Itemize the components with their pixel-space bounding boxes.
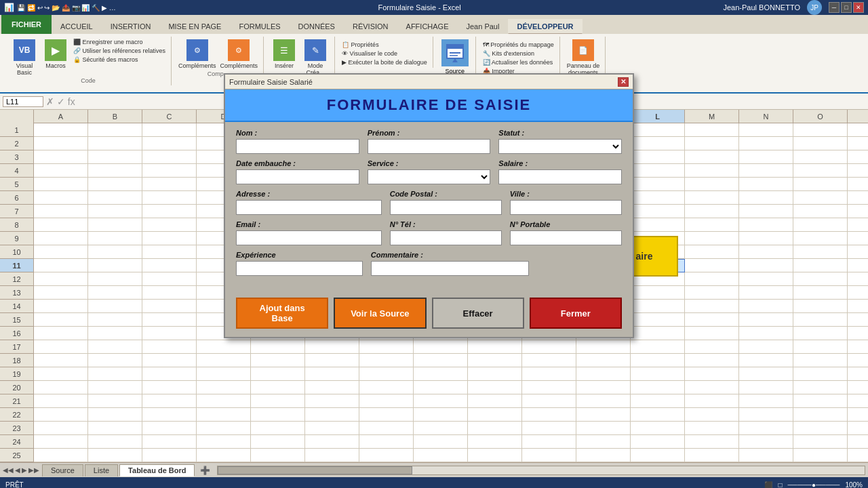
cell-L23[interactable] [631, 422, 685, 435]
cell-N19[interactable] [739, 367, 793, 381]
cell-A5[interactable] [34, 178, 88, 191]
cell-G17[interactable] [359, 340, 414, 354]
cell-D20[interactable] [197, 381, 251, 394]
cell-C11[interactable] [142, 259, 197, 272]
prenom-input[interactable] [368, 139, 491, 154]
cell-O13[interactable] [793, 286, 848, 300]
cell-A15[interactable] [34, 313, 88, 327]
complements2-button[interactable]: ⚙ Compléments [219, 38, 260, 70]
cell-P21[interactable] [848, 394, 868, 408]
row-7[interactable]: 7 [0, 205, 33, 218]
cell-O9[interactable] [793, 232, 848, 245]
cell-J25[interactable] [522, 449, 576, 462]
cell-C19[interactable] [142, 367, 197, 381]
cell-G21[interactable] [359, 394, 414, 408]
cell-G19[interactable] [359, 367, 414, 381]
cell-A7[interactable] [34, 205, 88, 218]
cell-A1[interactable] [34, 123, 88, 137]
cell-C25[interactable] [142, 449, 197, 462]
cell-O24[interactable] [793, 435, 848, 449]
cell-B11[interactable] [88, 259, 142, 272]
cell-F21[interactable] [305, 394, 359, 408]
securite-macros-button[interactable]: 🔒 Sécurité des macros [72, 56, 167, 64]
sheet-tab-source[interactable]: Source [42, 464, 83, 476]
col-M[interactable]: M [685, 110, 739, 123]
cell-I19[interactable] [468, 367, 522, 381]
cell-N2[interactable] [739, 137, 793, 150]
cell-I20[interactable] [468, 381, 522, 394]
cell-L5[interactable] [631, 178, 685, 191]
cell-M8[interactable] [685, 218, 739, 232]
cell-N17[interactable] [739, 340, 793, 354]
cell-N16[interactable] [739, 327, 793, 340]
cell-P9[interactable] [848, 232, 868, 245]
cell-C12[interactable] [142, 272, 197, 286]
row-10[interactable]: 10 [0, 245, 33, 259]
cell-M19[interactable] [685, 367, 739, 381]
cell-P5[interactable] [848, 178, 868, 191]
row-11[interactable]: 11 [0, 259, 33, 272]
row-22[interactable]: 22 [0, 408, 33, 422]
cell-C13[interactable] [142, 286, 197, 300]
cell-M7[interactable] [685, 205, 739, 218]
cell-K22[interactable] [576, 408, 631, 422]
cell-B18[interactable] [88, 354, 142, 367]
cell-K24[interactable] [576, 435, 631, 449]
cell-L21[interactable] [631, 394, 685, 408]
sheet-forward-button[interactable]: ▶ [22, 466, 27, 474]
cell-K21[interactable] [576, 394, 631, 408]
cell-J19[interactable] [522, 367, 576, 381]
row-14[interactable]: 14 [0, 300, 33, 313]
cell-B22[interactable] [88, 408, 142, 422]
cell-C4[interactable] [142, 164, 197, 178]
col-O[interactable]: O [793, 110, 848, 123]
modal-close-button[interactable]: ✕ [618, 77, 629, 87]
panneau-button[interactable]: 📄 Panneau dedocuments [566, 38, 601, 77]
cell-N1[interactable] [739, 123, 793, 137]
cell-L17[interactable] [631, 340, 685, 354]
cell-O7[interactable] [793, 205, 848, 218]
cell-B13[interactable] [88, 286, 142, 300]
cell-B1[interactable] [88, 123, 142, 137]
cell-C6[interactable] [142, 191, 197, 205]
portable-input[interactable] [510, 230, 622, 245]
cell-M13[interactable] [685, 286, 739, 300]
sheet-prev-button[interactable]: ◀◀ [3, 466, 14, 474]
cell-H20[interactable] [414, 381, 468, 394]
cell-F25[interactable] [305, 449, 359, 462]
visual-basic-button[interactable]: VB VisualBasic [9, 38, 39, 77]
col-C[interactable]: C [142, 110, 197, 123]
cell-B2[interactable] [88, 137, 142, 150]
cell-K17[interactable] [576, 340, 631, 354]
cell-M18[interactable] [685, 354, 739, 367]
cell-G23[interactable] [359, 422, 414, 435]
fermer-button[interactable]: Fermer [530, 298, 622, 329]
cell-L2[interactable] [631, 137, 685, 150]
cell-N7[interactable] [739, 205, 793, 218]
cell-E24[interactable] [251, 435, 305, 449]
cell-D18[interactable] [197, 354, 251, 367]
cell-N11[interactable] [739, 259, 793, 272]
cell-B10[interactable] [88, 245, 142, 259]
cell-B9[interactable] [88, 232, 142, 245]
cell-B21[interactable] [88, 394, 142, 408]
tab-insertion[interactable]: INSERTION [102, 19, 160, 34]
service-select[interactable] [368, 169, 491, 184]
cell-A14[interactable] [34, 300, 88, 313]
cell-I24[interactable] [468, 435, 522, 449]
row-15[interactable]: 15 [0, 313, 33, 327]
cell-L14[interactable] [631, 300, 685, 313]
cell-A21[interactable] [34, 394, 88, 408]
cell-O15[interactable] [793, 313, 848, 327]
cell-P6[interactable] [848, 191, 868, 205]
cell-B25[interactable] [88, 449, 142, 462]
cell-N24[interactable] [739, 435, 793, 449]
minimize-button[interactable]: ─ [829, 2, 840, 13]
cell-B12[interactable] [88, 272, 142, 286]
cell-A17[interactable] [34, 340, 88, 354]
cell-K18[interactable] [576, 354, 631, 367]
cell-B19[interactable] [88, 367, 142, 381]
source-button[interactable]: Source [439, 38, 471, 76]
cell-N18[interactable] [739, 354, 793, 367]
cell-D23[interactable] [197, 422, 251, 435]
